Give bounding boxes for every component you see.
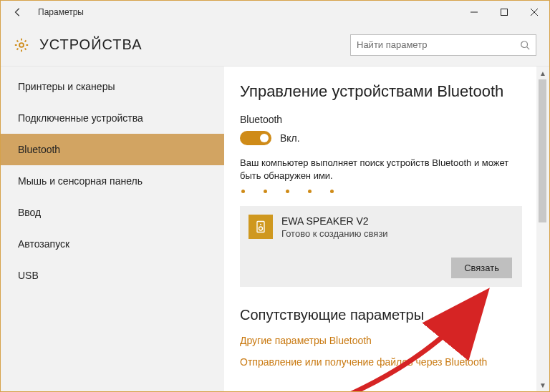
page-heading: УСТРОЙСТВА	[39, 36, 143, 53]
search-input[interactable]: Найти параметр	[350, 34, 536, 56]
body: Принтеры и сканеры Подключенные устройст…	[1, 67, 549, 391]
scroll-track[interactable]	[536, 79, 549, 378]
searching-indicator	[240, 190, 522, 193]
search-icon	[520, 40, 530, 50]
titlebar: Параметры	[1, 1, 549, 24]
toggle-state: Вкл.	[280, 132, 300, 144]
link-send-receive[interactable]: Отправление или получение файлов через B…	[240, 356, 522, 368]
sidebar-item-connected[interactable]: Подключенные устройства	[1, 102, 224, 134]
device-text: EWA SPEAKER V2 Готово к созданию связи	[281, 215, 388, 239]
close-button[interactable]	[519, 1, 549, 24]
sidebar-item-typing[interactable]: Ввод	[1, 197, 224, 228]
bluetooth-description: Ваш компьютер выполняет поиск устройств …	[240, 157, 522, 182]
sidebar-item-printers[interactable]: Принтеры и сканеры	[1, 71, 224, 102]
sidebar-item-usb[interactable]: USB	[1, 260, 224, 291]
annotation-arrow-icon	[332, 273, 496, 391]
settings-window: Параметры УСТРОЙСТВА Найти параметр Прин…	[0, 0, 550, 392]
sidebar-item-mouse[interactable]: Мышь и сенсорная панель	[1, 165, 224, 197]
svg-point-1	[19, 43, 24, 47]
device-head: EWA SPEAKER V2 Готово к созданию связи	[249, 215, 512, 239]
svg-rect-0	[501, 9, 508, 16]
link-more-bluetooth[interactable]: Другие параметры Bluetooth	[240, 335, 522, 346]
svg-point-5	[259, 227, 263, 230]
speaker-icon	[249, 215, 273, 239]
maximize-button[interactable]	[489, 1, 519, 24]
related-heading: Сопутствующие параметры	[240, 307, 522, 323]
window-controls	[459, 1, 549, 24]
svg-point-2	[521, 41, 528, 47]
device-card[interactable]: EWA SPEAKER V2 Готово к созданию связи С…	[240, 206, 522, 287]
back-button[interactable]	[8, 2, 28, 22]
minimize-button[interactable]	[459, 1, 489, 24]
scroll-down-icon[interactable]: ▼	[536, 378, 549, 391]
bluetooth-toggle-row: Вкл.	[240, 131, 522, 145]
sidebar-item-bluetooth[interactable]: Bluetooth	[1, 134, 224, 165]
main-wrap: Управление устройствами Bluetooth Blueto…	[224, 67, 549, 391]
sidebar: Принтеры и сканеры Подключенные устройст…	[1, 67, 224, 391]
search-placeholder: Найти параметр	[357, 39, 520, 50]
device-status: Готово к созданию связи	[281, 228, 388, 239]
device-name: EWA SPEAKER V2	[281, 215, 388, 227]
sidebar-item-autoplay[interactable]: Автозапуск	[1, 228, 224, 260]
window-title: Параметры	[38, 7, 84, 17]
pair-button[interactable]: Связать	[451, 258, 512, 278]
svg-point-4	[260, 224, 261, 225]
main-heading: Управление устройствами Bluetooth	[240, 82, 522, 101]
header-bar: УСТРОЙСТВА Найти параметр	[1, 24, 549, 67]
scroll-up-icon[interactable]: ▲	[536, 67, 549, 79]
bluetooth-label: Bluetooth	[240, 114, 522, 125]
bluetooth-toggle[interactable]	[240, 131, 271, 145]
scrollbar[interactable]: ▲ ▼	[536, 67, 549, 391]
gear-icon	[14, 37, 29, 53]
scroll-thumb[interactable]	[539, 79, 546, 222]
main-content: Управление устройствами Bluetooth Blueto…	[224, 67, 536, 391]
